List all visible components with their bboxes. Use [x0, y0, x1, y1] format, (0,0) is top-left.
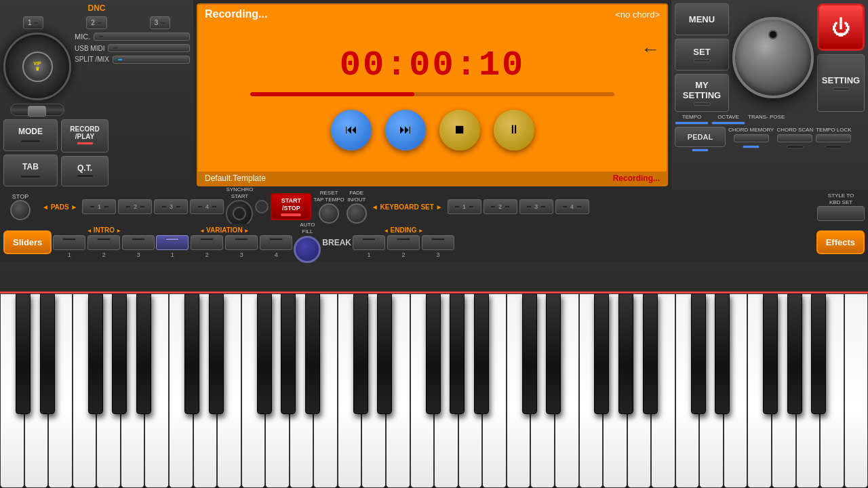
- synchro-start-button[interactable]: [226, 200, 253, 227]
- black-key-25[interactable]: [811, 293, 826, 414]
- kbd-3-button[interactable]: 3: [519, 199, 553, 214]
- tempo-lock-button[interactable]: [816, 134, 851, 142]
- pad-2-led: [125, 205, 131, 208]
- start-stop-led: [281, 214, 301, 216]
- mode-button[interactable]: MODE: [3, 119, 58, 151]
- intro-2-button[interactable]: [87, 235, 120, 250]
- black-key-21[interactable]: [715, 293, 730, 414]
- black-key-0[interactable]: [16, 293, 31, 414]
- synchro-stop-button[interactable]: [255, 200, 269, 214]
- black-key-20[interactable]: [643, 293, 658, 414]
- dnc-btn-2[interactable]: 2: [86, 16, 107, 29]
- pad-2-button[interactable]: 2: [118, 199, 152, 214]
- var-3-button[interactable]: [225, 235, 258, 250]
- end-1-num: 1: [368, 251, 371, 258]
- black-key-5[interactable]: [184, 293, 199, 414]
- ending-label: ENDING: [383, 226, 423, 234]
- black-key-13[interactable]: [426, 293, 441, 414]
- chord-memory-button[interactable]: [734, 134, 769, 142]
- kbd-2-button[interactable]: 2: [484, 199, 517, 214]
- style-to-kbd-button[interactable]: [817, 206, 865, 221]
- start-stop-label: START/STOP: [281, 197, 301, 212]
- power-button[interactable]: ⏻: [817, 3, 865, 51]
- start-stop-button[interactable]: START/STOP: [271, 193, 311, 220]
- fade-button[interactable]: [347, 203, 367, 224]
- rec-footer: Default.Template Recording...: [198, 171, 667, 185]
- var-4-area: 4: [260, 235, 292, 258]
- end-3-button[interactable]: [422, 235, 454, 250]
- effects-button[interactable]: Effects: [816, 230, 865, 254]
- pad-3-button[interactable]: 3: [154, 199, 188, 214]
- right-panel: MENU SET MY SETTING: [671, 0, 868, 190]
- intro-section: INTRO 1 2 3: [53, 226, 155, 258]
- mic-button[interactable]: [94, 33, 190, 41]
- kbd-3-led: [526, 205, 532, 208]
- stop-transport-button[interactable]: ⏹: [439, 110, 480, 150]
- set-button[interactable]: SET: [675, 39, 729, 70]
- intro-3-button[interactable]: [122, 235, 155, 250]
- black-key-3[interactable]: [88, 293, 103, 414]
- black-key-14[interactable]: [450, 293, 465, 414]
- black-key-9[interactable]: [281, 293, 296, 414]
- tab-button[interactable]: TAB: [3, 155, 58, 186]
- var-2-button[interactable]: [191, 235, 223, 250]
- black-key-18[interactable]: [594, 293, 609, 414]
- black-key-10[interactable]: [353, 293, 368, 414]
- my-setting-button[interactable]: MY SETTING: [675, 74, 729, 112]
- black-key-16[interactable]: [546, 293, 561, 414]
- rewind-button[interactable]: ⏮: [331, 110, 372, 150]
- pad-btn-3: 3: [154, 199, 188, 214]
- dnc-btn-3[interactable]: 3: [150, 16, 171, 29]
- synchro-stop-section: [255, 200, 269, 214]
- var-3-area: 3: [225, 235, 258, 258]
- intro-1-button[interactable]: [53, 235, 85, 250]
- end-1-button[interactable]: [353, 235, 385, 250]
- pitch-slider[interactable]: [10, 104, 64, 116]
- black-key-10[interactable]: [305, 293, 320, 414]
- kbd-1-button[interactable]: 1: [448, 199, 481, 214]
- pad-1-button[interactable]: 1: [82, 199, 116, 214]
- kbd-4-button[interactable]: 4: [555, 199, 589, 214]
- var-1-button[interactable]: [156, 235, 189, 250]
- qt-button[interactable]: Q.T.: [61, 156, 108, 186]
- sliders-button[interactable]: Sliders: [3, 230, 52, 254]
- black-key-11[interactable]: [377, 293, 392, 414]
- setting-button[interactable]: SETTING: [817, 54, 865, 112]
- record-play-button[interactable]: RECORD /PLAY: [61, 119, 108, 152]
- pad-4-led2: [212, 205, 217, 208]
- black-key-23[interactable]: [763, 293, 778, 414]
- var-4-button[interactable]: [260, 235, 292, 250]
- pad-3-led2: [176, 205, 181, 208]
- black-key-5[interactable]: [136, 293, 151, 414]
- black-key-8[interactable]: [257, 293, 272, 414]
- pad-4-button[interactable]: 4: [190, 199, 224, 214]
- black-key-1[interactable]: [40, 293, 55, 414]
- turntable[interactable]: VIP♛: [3, 33, 71, 100]
- white-key-35[interactable]: [844, 293, 868, 488]
- main-knob[interactable]: [732, 17, 814, 98]
- rec-body: ← 00:00:10 ⏮ ⏭ ⏹ ⏸: [198, 24, 667, 171]
- black-key-4[interactable]: [112, 293, 127, 414]
- black-key-6[interactable]: [209, 293, 224, 414]
- black-key-15[interactable]: [522, 293, 537, 414]
- black-key-15[interactable]: [474, 293, 489, 414]
- stop-button[interactable]: [10, 200, 31, 220]
- usb-midi-button[interactable]: [108, 44, 190, 52]
- menu-button[interactable]: MENU: [675, 3, 729, 35]
- tab-led: [20, 175, 41, 178]
- var-4-led: [269, 238, 283, 241]
- black-key-20[interactable]: [691, 293, 706, 414]
- chord-scan-button[interactable]: [777, 134, 812, 142]
- black-key-19[interactable]: [618, 293, 633, 414]
- black-key-24[interactable]: [787, 293, 802, 414]
- split-mix-button[interactable]: [113, 56, 190, 64]
- fast-forward-button[interactable]: ⏭: [385, 110, 426, 150]
- reset-tap-button[interactable]: [319, 203, 339, 224]
- pedal-button[interactable]: PEDAL: [675, 127, 726, 147]
- pause-button[interactable]: ⏸: [494, 110, 534, 150]
- auto-fill-button[interactable]: [294, 236, 321, 263]
- back-button[interactable]: ←: [641, 39, 660, 60]
- dnc-btn-1[interactable]: 1: [23, 16, 44, 29]
- end-2-button[interactable]: [387, 235, 420, 250]
- var-2-area: 2: [191, 235, 223, 258]
